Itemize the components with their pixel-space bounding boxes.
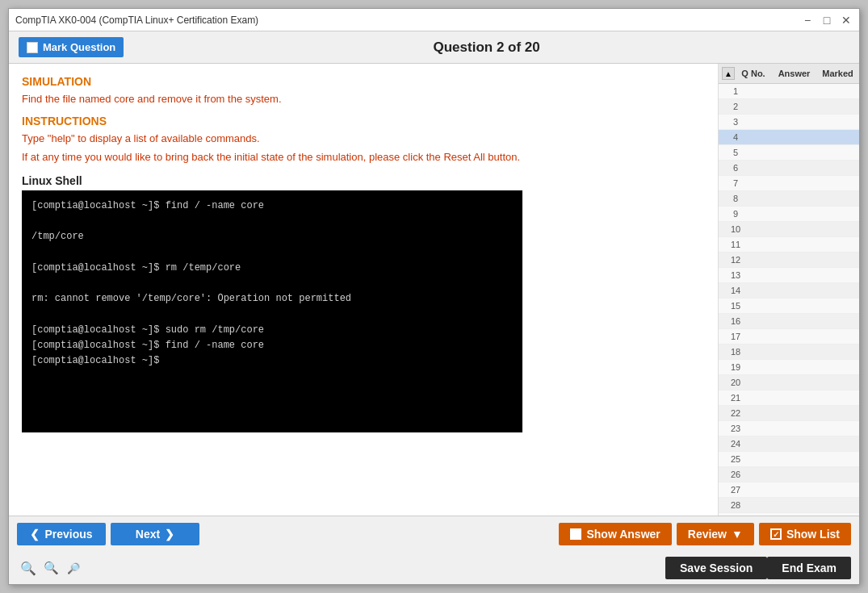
- toolbar: Mark Question Question 2 of 20: [9, 31, 859, 64]
- row-qno: 22: [719, 408, 753, 418]
- sidebar-row[interactable]: 25: [719, 452, 859, 467]
- sidebar-row[interactable]: 26: [719, 467, 859, 482]
- sidebar-row[interactable]: 23: [719, 421, 859, 436]
- shell-container: Linux Shell [comptia@localhost ~]$ find …: [22, 174, 705, 432]
- row-qno: 7: [719, 178, 753, 188]
- sidebar-col-headers: Q No. Answer Marked: [738, 69, 856, 78]
- row-qno: 8: [719, 194, 753, 203]
- sidebar-row[interactable]: 3: [719, 115, 859, 130]
- sidebar-row[interactable]: 16: [719, 314, 859, 329]
- row-qno: 9: [719, 209, 753, 219]
- review-button[interactable]: Review ▼: [677, 523, 754, 545]
- bottom-second-row: 🔍 🔍 🔎 Save Session End Exam: [9, 552, 859, 584]
- show-list-check-icon: ✓: [770, 528, 782, 540]
- row-qno: 16: [719, 316, 753, 326]
- row-qno: 5: [719, 148, 753, 157]
- next-button[interactable]: Next: [111, 523, 199, 545]
- prev-arrow-icon: [30, 528, 40, 541]
- next-arrow-icon: [165, 528, 174, 541]
- show-answer-label: Show Answer: [586, 528, 660, 541]
- row-qno: 13: [719, 270, 753, 280]
- bottom-buttons-row: Previous Next Show Answer Review ▼ ✓ Sho…: [9, 516, 859, 552]
- title-bar: CompTIA XK0-004 (CompTIA Linux+ Certific…: [9, 9, 859, 31]
- minimize-button[interactable]: −: [801, 14, 814, 27]
- sidebar-row[interactable]: 5: [719, 145, 859, 161]
- sidebar-row[interactable]: 15: [719, 299, 859, 314]
- row-qno: 3: [719, 117, 753, 127]
- show-list-button[interactable]: ✓ Show List: [759, 523, 851, 545]
- row-qno: 12: [719, 255, 753, 265]
- col-marked-header: Marked: [820, 69, 856, 78]
- shell-title: Linux Shell: [22, 174, 705, 187]
- mark-checkbox-icon: [27, 42, 38, 53]
- mark-question-label: Mark Question: [43, 41, 115, 53]
- row-qno: 19: [719, 362, 753, 372]
- previous-label: Previous: [44, 528, 92, 541]
- bottom-bar: Previous Next Show Answer Review ▼ ✓ Sho…: [9, 516, 859, 584]
- save-session-button[interactable]: Save Session: [665, 557, 767, 579]
- sidebar-row[interactable]: 21: [719, 390, 859, 406]
- row-qno: 6: [719, 163, 753, 173]
- row-qno: 26: [719, 470, 753, 479]
- sidebar-row[interactable]: 27: [719, 482, 859, 498]
- review-dropdown-icon: ▼: [732, 528, 743, 541]
- sidebar-row[interactable]: 17: [719, 329, 859, 345]
- sidebar-row[interactable]: 19: [719, 360, 859, 375]
- sidebar-row[interactable]: 20: [719, 375, 859, 390]
- zoom-in-button[interactable]: 🔍: [17, 557, 40, 579]
- row-qno: 27: [719, 485, 753, 495]
- sidebar-scroll-up[interactable]: ▲: [722, 67, 735, 80]
- next-label: Next: [136, 528, 160, 541]
- sidebar-row[interactable]: 4: [719, 130, 859, 145]
- row-qno: 17: [719, 332, 753, 341]
- row-qno: 11: [719, 240, 753, 249]
- sidebar-row[interactable]: 22: [719, 406, 859, 421]
- zoom-out-button[interactable]: 🔎: [62, 557, 85, 579]
- row-qno: 2: [719, 102, 753, 111]
- row-qno: 18: [719, 347, 753, 357]
- end-exam-button[interactable]: End Exam: [767, 557, 851, 579]
- sidebar-row[interactable]: 2: [719, 99, 859, 115]
- row-qno: 25: [719, 454, 753, 464]
- zoom-reset-button[interactable]: 🔍: [40, 557, 62, 579]
- row-qno: 14: [719, 286, 753, 295]
- main-content: SIMULATION Find the file named core and …: [9, 64, 859, 516]
- sidebar-row[interactable]: 8: [719, 191, 859, 207]
- row-qno: 20: [719, 378, 753, 387]
- row-qno: 23: [719, 424, 753, 433]
- window-title: CompTIA XK0-004 (CompTIA Linux+ Certific…: [15, 15, 258, 26]
- sidebar-header: ▲ Q No. Answer Marked: [719, 64, 859, 84]
- instruction-text: Type "help" to display a list of availab…: [22, 132, 705, 144]
- sidebar-row[interactable]: 7: [719, 176, 859, 191]
- restore-button[interactable]: □: [820, 14, 833, 27]
- window-controls: − □ ✕: [801, 14, 853, 27]
- sidebar-row[interactable]: 12: [719, 253, 859, 268]
- show-list-label: Show List: [786, 528, 840, 541]
- show-answer-button[interactable]: Show Answer: [559, 523, 671, 545]
- warning-text: If at any time you would like to bring b…: [22, 151, 705, 163]
- sidebar-row[interactable]: 28: [719, 498, 859, 513]
- terminal[interactable]: [comptia@localhost ~]$ find / -name core…: [22, 190, 522, 432]
- col-qno-header: Q No.: [738, 69, 769, 78]
- sidebar-row[interactable]: 14: [719, 283, 859, 299]
- question-text: Find the file named core and remove it f…: [22, 93, 705, 105]
- sidebar-row[interactable]: 11: [719, 237, 859, 253]
- show-answer-icon: [570, 528, 581, 540]
- sidebar-rows: 1 2 3 4 5 6 7 8: [719, 84, 859, 516]
- question-area: SIMULATION Find the file named core and …: [9, 64, 718, 516]
- sidebar-row[interactable]: 10: [719, 222, 859, 237]
- sidebar-row[interactable]: 9: [719, 207, 859, 222]
- mark-question-button[interactable]: Mark Question: [19, 37, 124, 57]
- sidebar-row[interactable]: 18: [719, 345, 859, 360]
- col-answer-header: Answer: [769, 69, 820, 78]
- sidebar-row[interactable]: 13: [719, 268, 859, 283]
- sidebar-row[interactable]: 6: [719, 161, 859, 176]
- sidebar-row[interactable]: 24: [719, 436, 859, 452]
- row-qno: 4: [719, 132, 753, 142]
- close-button[interactable]: ✕: [840, 14, 853, 27]
- previous-button[interactable]: Previous: [17, 523, 106, 545]
- row-qno: 10: [719, 224, 753, 234]
- review-label: Review: [688, 528, 727, 541]
- row-qno: 28: [719, 500, 753, 510]
- sidebar-row[interactable]: 1: [719, 84, 859, 99]
